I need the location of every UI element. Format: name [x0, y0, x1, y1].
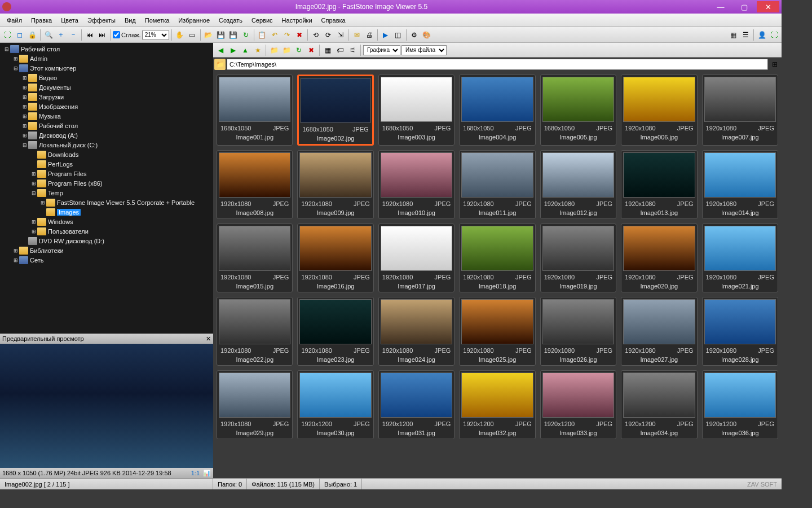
select-all-icon[interactable]: ▦	[322, 45, 333, 56]
path-input[interactable]	[227, 59, 768, 70]
prev-icon[interactable]: ⏮	[84, 29, 95, 41]
tag-icon[interactable]: 🏷	[334, 45, 346, 56]
thumbnail[interactable]: 1920x1200JPEGImage036.jpg	[702, 370, 778, 439]
refresh-icon[interactable]: ↻	[293, 45, 304, 56]
thumbnail[interactable]: 1920x1080JPEGImage007.jpg	[702, 75, 778, 146]
menu-Вид[interactable]: Вид	[120, 16, 140, 25]
preview-ratio[interactable]: 1:1	[191, 470, 200, 476]
tree-item[interactable]: ⊟Этот компьютер	[1, 63, 212, 73]
expand-icon[interactable]: ⊞	[21, 85, 28, 90]
expand-icon[interactable]: ⊞	[30, 229, 37, 234]
expand-icon[interactable]: ⊞	[21, 104, 28, 110]
expand-icon[interactable]: ⊞	[21, 94, 28, 100]
expand-icon[interactable]: ⊞	[21, 133, 28, 138]
expand-icon[interactable]: ⊟	[12, 65, 19, 71]
clipboard-icon[interactable]: 📋	[257, 29, 268, 41]
rotate-right-icon[interactable]: ⟳	[323, 29, 334, 41]
tree-item[interactable]: Images	[1, 207, 212, 217]
thumbnail[interactable]: 1920x1080JPEGImage011.jpg	[459, 150, 535, 219]
thumbnail[interactable]: 1920x1200JPEGImage030.jpg	[297, 370, 373, 439]
tree-item[interactable]: ⊞Видео	[1, 73, 212, 82]
skin-icon[interactable]: 🎨	[421, 29, 433, 41]
expand-icon[interactable]: ⊟	[3, 46, 10, 52]
preview-close-icon[interactable]: ✕	[206, 335, 211, 343]
actual-size-icon[interactable]: ◻	[14, 29, 25, 41]
tree-item[interactable]: ⊞Рабочий стол	[1, 121, 212, 130]
menu-Эффекты[interactable]: Эффекты	[83, 16, 120, 25]
thumbnail[interactable]: 1920x1080JPEGImage029.jpg	[217, 370, 293, 439]
thumbnail[interactable]: 1920x1200JPEGImage032.jpg	[459, 370, 535, 439]
tree-item[interactable]: Downloads	[1, 150, 212, 159]
thumbnail[interactable]: 1680x1050JPEGImage001.jpg	[217, 75, 293, 146]
save-icon[interactable]: 💾	[215, 29, 227, 41]
menu-Правка[interactable]: Правка	[27, 16, 56, 25]
expand-icon[interactable]: ⊞	[21, 75, 28, 81]
thumbnail[interactable]: 1920x1200JPEGImage031.jpg	[378, 370, 454, 439]
zoom-out-icon[interactable]: －	[68, 29, 79, 41]
expand-icon[interactable]: ⊞	[21, 123, 28, 129]
path-folder-icon[interactable]: 📁	[214, 59, 226, 70]
expand-icon[interactable]: ⊞	[21, 113, 28, 119]
menu-Файл[interactable]: Файл	[2, 16, 27, 25]
path-fav-icon[interactable]: ⊞	[769, 59, 780, 70]
email-icon[interactable]: ✉	[351, 29, 363, 41]
menu-Настройки[interactable]: Настройки	[277, 16, 317, 25]
del-icon[interactable]: ✖	[306, 45, 317, 56]
fav-icon[interactable]: ★	[252, 45, 263, 56]
tree-item[interactable]: ⊞Библиотеки	[1, 246, 212, 255]
folder-tree[interactable]: ⊟Рабочий стол⊞Admin⊟Этот компьютер⊞Видео…	[0, 43, 213, 334]
tree-item[interactable]: DVD RW дисковод (D:)	[1, 236, 212, 246]
thumbnail[interactable]: 1920x1080JPEGImage020.jpg	[621, 224, 697, 292]
fit-icon[interactable]: ⛶	[2, 29, 13, 41]
tree-item[interactable]: ⊞FastStone Image Viewer 5.5 Corporate + …	[1, 198, 212, 207]
menu-Цвета[interactable]: Цвета	[56, 16, 83, 25]
expand-icon[interactable]: ⊟	[21, 142, 28, 148]
lock-zoom-icon[interactable]: 🔒	[27, 29, 38, 41]
undo-icon[interactable]: ↶	[269, 29, 280, 41]
reload-icon[interactable]: ↻	[240, 29, 251, 41]
expand-icon[interactable]: ⊞	[12, 257, 19, 263]
zoom-select[interactable]: 21%	[142, 30, 169, 40]
menu-Пометка[interactable]: Пометка	[140, 16, 174, 25]
thumbnail[interactable]: 1920x1080JPEGImage019.jpg	[540, 224, 616, 292]
menu-Справка[interactable]: Справка	[317, 16, 350, 25]
tree-item[interactable]: ⊞Program Files (x86)	[1, 178, 212, 188]
sort-by-select[interactable]: Имя файла	[401, 45, 447, 55]
thumbnail[interactable]: 1920x1200JPEGImage034.jpg	[621, 370, 697, 439]
zoom-in-icon[interactable]: ＋	[55, 29, 67, 41]
move-to-icon[interactable]: 📁	[281, 45, 292, 56]
nav-back-icon[interactable]: ◀	[215, 45, 226, 56]
compare-icon[interactable]: ◫	[392, 29, 404, 41]
minimize-button[interactable]: —	[709, 1, 732, 12]
tree-item[interactable]: ⊞Пользователи	[1, 226, 212, 236]
open-icon[interactable]: 📂	[203, 29, 214, 41]
contact-sheet-icon[interactable]: 👤	[756, 29, 767, 41]
histogram-icon[interactable]: 📊	[203, 470, 211, 477]
resize-icon[interactable]: ⇲	[335, 29, 346, 41]
tree-item[interactable]: ⊞Admin	[1, 54, 212, 63]
thumbnail[interactable]: 1920x1080JPEGImage016.jpg	[297, 224, 373, 292]
tree-item[interactable]: ⊞Документы	[1, 82, 212, 92]
delete-icon[interactable]: ✖	[294, 29, 305, 41]
expand-icon[interactable]: ⊞	[12, 56, 19, 62]
copy-to-icon[interactable]: 📁	[268, 45, 280, 56]
thumbnail[interactable]: 1920x1080JPEGImage027.jpg	[621, 297, 697, 366]
nav-fwd-icon[interactable]: ▶	[227, 45, 239, 56]
thumbnail[interactable]: 1920x1080JPEGImage010.jpg	[378, 150, 454, 219]
close-button[interactable]: ✕	[757, 1, 779, 12]
thumbnail[interactable]: 1920x1080JPEGImage015.jpg	[217, 224, 293, 292]
filter-icon[interactable]: ⚟	[347, 45, 358, 56]
expand-icon[interactable]: ⊞	[30, 181, 37, 186]
hand-icon[interactable]: ✋	[174, 29, 186, 41]
settings-icon[interactable]: ⚙	[409, 29, 420, 41]
thumbnail[interactable]: 1920x1080JPEGImage023.jpg	[297, 297, 373, 366]
preview-image[interactable]	[0, 344, 213, 468]
view-thumbs-icon[interactable]: ▦	[727, 29, 739, 41]
expand-icon[interactable]: ⊞	[30, 219, 37, 225]
expand-icon[interactable]: ⊞	[39, 200, 46, 205]
thumbnail[interactable]: 1920x1080JPEGImage018.jpg	[459, 224, 535, 292]
thumbnail[interactable]: 1920x1080JPEGImage009.jpg	[297, 150, 373, 219]
thumbnail[interactable]: 1920x1080JPEGImage013.jpg	[621, 150, 697, 219]
thumbnail[interactable]: 1920x1080JPEGImage008.jpg	[217, 150, 293, 219]
zoom-area-icon[interactable]: 🔍	[43, 29, 54, 41]
